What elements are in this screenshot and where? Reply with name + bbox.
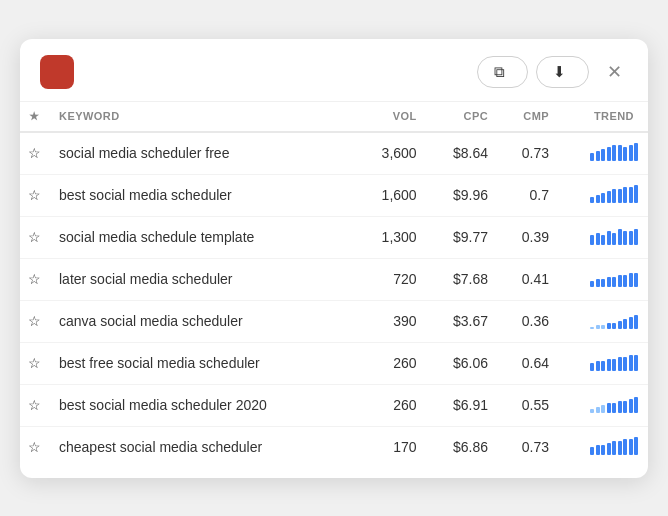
trend-bar [623, 231, 627, 245]
trend-bar [612, 323, 616, 329]
star-cell[interactable]: ☆ [20, 426, 51, 468]
trend-bar [590, 197, 594, 203]
col-cpc: CPC [427, 102, 498, 132]
trend-bar [618, 441, 622, 455]
trend-bar [623, 275, 627, 287]
star-cell[interactable]: ☆ [20, 174, 51, 216]
cmp-cell: 0.55 [498, 384, 559, 426]
cmp-cell: 0.73 [498, 132, 559, 175]
trend-bar [612, 189, 616, 203]
trend-bar [612, 441, 616, 455]
trend-bar [623, 147, 627, 161]
close-button[interactable]: ✕ [601, 59, 628, 85]
trend-bar [596, 361, 600, 371]
trend-bar [596, 325, 600, 329]
star-cell[interactable]: ☆ [20, 342, 51, 384]
trend-bar [612, 145, 616, 161]
table-row: ☆cheapest social media scheduler170$6.86… [20, 426, 648, 468]
trend-bar [629, 317, 633, 329]
vol-cell: 170 [355, 426, 426, 468]
trend-bar [596, 195, 600, 203]
trend-bar [590, 363, 594, 371]
trend-bar [634, 273, 638, 287]
col-cmp: CMP [498, 102, 559, 132]
trend-bar [629, 273, 633, 287]
trend-cell [559, 426, 648, 468]
trend-bar [590, 235, 594, 245]
star-cell[interactable]: ☆ [20, 384, 51, 426]
table-row: ☆best social media scheduler 2020260$6.9… [20, 384, 648, 426]
trend-bar [607, 359, 611, 371]
keyword-card: ⧉ ⬇ ✕ ★ KEYWORD VOL CPC CMP TREND ☆socia… [20, 39, 648, 478]
vol-cell: 260 [355, 384, 426, 426]
trend-bar [629, 231, 633, 245]
trend-bar [601, 235, 605, 245]
trend-bars [590, 395, 638, 413]
col-keyword: KEYWORD [51, 102, 355, 132]
copy-icon: ⧉ [494, 63, 505, 81]
table-row: ☆best social media scheduler1,600$9.960.… [20, 174, 648, 216]
star-cell[interactable]: ☆ [20, 216, 51, 258]
trend-bar [590, 447, 594, 455]
trend-cell [559, 132, 648, 175]
cmp-cell: 0.41 [498, 258, 559, 300]
trend-bar [634, 229, 638, 245]
cmp-cell: 0.36 [498, 300, 559, 342]
star-cell[interactable]: ☆ [20, 258, 51, 300]
trend-bar [601, 193, 605, 203]
trend-bar [618, 229, 622, 245]
header-actions: ⧉ ⬇ ✕ [477, 56, 628, 88]
trend-bar [612, 233, 616, 245]
keyword-cell[interactable]: best free social media scheduler [51, 342, 355, 384]
keyword-cell[interactable]: canva social media scheduler [51, 300, 355, 342]
trend-bar [618, 189, 622, 203]
trend-bar [629, 355, 633, 371]
vol-cell: 1,300 [355, 216, 426, 258]
export-button[interactable]: ⬇ [536, 56, 589, 88]
copy-button[interactable]: ⧉ [477, 56, 528, 88]
trend-bars [590, 353, 638, 371]
trend-bar [634, 397, 638, 413]
cpc-cell: $6.86 [427, 426, 498, 468]
cpc-cell: $9.96 [427, 174, 498, 216]
keyword-cell[interactable]: best social media scheduler 2020 [51, 384, 355, 426]
cmp-cell: 0.73 [498, 426, 559, 468]
trend-bar [590, 327, 594, 329]
trend-bar [601, 279, 605, 287]
trend-bar [607, 323, 611, 329]
keyword-cell[interactable]: social media scheduler free [51, 132, 355, 175]
trend-bar [629, 439, 633, 455]
trend-bar [601, 149, 605, 161]
trend-bar [596, 445, 600, 455]
keyword-cell[interactable]: social media schedule template [51, 216, 355, 258]
cmp-cell: 0.7 [498, 174, 559, 216]
keyword-cell[interactable]: cheapest social media scheduler [51, 426, 355, 468]
export-icon: ⬇ [553, 63, 566, 81]
trend-cell [559, 342, 648, 384]
trend-bar [607, 277, 611, 287]
star-cell[interactable]: ☆ [20, 132, 51, 175]
vol-cell: 720 [355, 258, 426, 300]
trend-bar [629, 187, 633, 203]
trend-bar [634, 185, 638, 203]
trend-bar [618, 321, 622, 329]
trend-bar [629, 145, 633, 161]
trend-bar [590, 409, 594, 413]
trend-cell [559, 384, 648, 426]
trend-cell [559, 174, 648, 216]
trend-bar [596, 233, 600, 245]
trend-bar [590, 153, 594, 161]
trend-bar [618, 357, 622, 371]
trend-bars [590, 185, 638, 203]
table-row: ☆canva social media scheduler390$3.670.3… [20, 300, 648, 342]
trend-bar [623, 319, 627, 329]
keyword-cell[interactable]: best social media scheduler [51, 174, 355, 216]
trend-bar [634, 143, 638, 161]
cpc-cell: $6.91 [427, 384, 498, 426]
star-cell[interactable]: ☆ [20, 300, 51, 342]
col-vol: VOL [355, 102, 426, 132]
trend-cell [559, 216, 648, 258]
keyword-cell[interactable]: later social media scheduler [51, 258, 355, 300]
trend-bar [596, 279, 600, 287]
trend-bar [618, 401, 622, 413]
